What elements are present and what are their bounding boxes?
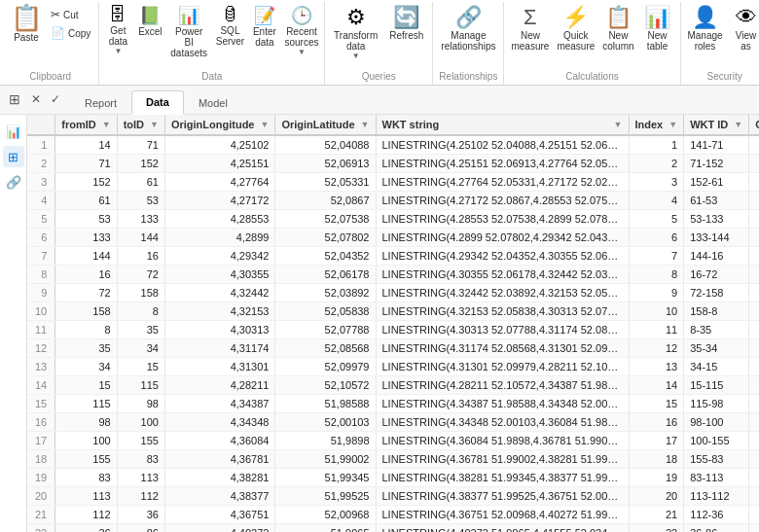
cell-OriginLatitude: 52,07788	[275, 321, 376, 339]
refresh-button[interactable]: 🔄 Refresh	[384, 2, 428, 44]
row-number: 9	[27, 284, 55, 302]
table-row[interactable]: 1334154,3130152,09979LINESTRING(4.31301 …	[27, 358, 759, 376]
table-row[interactable]: 114714,2510252,04088LINESTRING(4.25102 5…	[27, 135, 759, 155]
cell-OriginLongitude: 4,34387	[164, 395, 274, 413]
table-row[interactable]: 18155834,3678151,99002LINESTRING(4.36781…	[27, 450, 759, 469]
cell-WKT_ID: 100-155	[684, 432, 749, 450]
col-header-toID[interactable]: toID▼	[117, 115, 164, 135]
cell-OriginLatitude: 52,00103	[275, 413, 376, 432]
filter-icon[interactable]: ▼	[734, 120, 742, 129]
cell-Index: 3	[629, 173, 684, 192]
cell-toID: 113	[117, 469, 164, 487]
excel-button[interactable]: 📗 Excel	[135, 2, 164, 40]
cell-fromID: 15	[55, 376, 117, 395]
table-row[interactable]: 2236864,4027251,9965LINESTRING(4.40272 5…	[27, 524, 759, 533]
filter-icon[interactable]: ▼	[102, 120, 111, 129]
cell-Quantity: 26	[749, 487, 759, 506]
table-row[interactable]: 7144164,2934252,04352LINESTRING(4.29342 …	[27, 247, 759, 266]
power-bi-datasets-button[interactable]: 📊 Power BIdatasets	[166, 2, 211, 61]
table-row[interactable]: 21112364,3675152,00968LINESTRING(4.36751…	[27, 506, 759, 524]
table-row[interactable]: 118354,3031352,07788LINESTRING(4.30313 5…	[27, 321, 759, 339]
cell-OriginLongitude: 4,40272	[164, 524, 274, 533]
table-row[interactable]: 9721584,3244252,03892LINESTRING(4.32442 …	[27, 284, 759, 302]
table-row[interactable]: 15115984,3438751,98588LINESTRING(4.34387…	[27, 395, 759, 413]
col-header-OriginLongitude[interactable]: OriginLongitude▼	[164, 115, 274, 135]
filter-icon[interactable]: ▼	[614, 120, 623, 129]
check-icon[interactable]: ✓	[47, 90, 64, 108]
report-view-icon[interactable]: 📊	[3, 121, 24, 142]
cell-WKT_string: LINESTRING(4.36781 51.99002,4.38281 51.9…	[376, 450, 629, 469]
cell-fromID: 61	[55, 192, 117, 210]
cell-WKT_string: LINESTRING(4.34348 52.00103,4.36084 51.9…	[376, 413, 629, 432]
table-row[interactable]: 3152614,2776452,05331LINESTRING(4.27764 …	[27, 173, 759, 192]
paste-button[interactable]: 📋 Paste	[6, 2, 47, 45]
col-header-Quantity[interactable]: Quantity▼	[749, 115, 759, 135]
table-row[interactable]: 1235344,3117452,08568LINESTRING(4.31174 …	[27, 339, 759, 358]
col-header-OriginLatitude[interactable]: OriginLatitude▼	[275, 115, 376, 135]
tab-report[interactable]: Report	[70, 91, 131, 114]
new-table-button[interactable]: 📊 Newtable	[639, 2, 676, 54]
cell-WKT_ID: 72-158	[684, 284, 749, 302]
recent-sources-button[interactable]: 🕒 Recentsources ▼	[282, 2, 321, 59]
cell-toID: 34	[117, 339, 164, 358]
table-row[interactable]: 461534,2717252,0867LINESTRING(4.27172 52…	[27, 192, 759, 210]
table-row[interactable]: 816724,3035552,06178LINESTRING(4.30355 5…	[27, 266, 759, 284]
row-number: 12	[27, 339, 55, 358]
table-row[interactable]: 2711524,2515152,06913LINESTRING(4.25151 …	[27, 155, 759, 173]
cell-Index: 17	[629, 432, 684, 450]
copy-button[interactable]: 📄 Copy	[47, 24, 94, 42]
cell-OriginLongitude: 4,30313	[164, 321, 274, 339]
filter-icon[interactable]: ▼	[669, 120, 677, 129]
table-row[interactable]: 61331444,289952,07802LINESTRING(4.2899 5…	[27, 229, 759, 247]
manage-roles-button[interactable]: 👤 Manageroles	[685, 2, 726, 54]
cell-WKT_string: LINESTRING(4.30355 52.06178,4.32442 52.0…	[376, 266, 629, 284]
cell-WKT_ID: 144-16	[684, 247, 749, 266]
table-row[interactable]: 5531334,2855352,07538LINESTRING(4.28553 …	[27, 210, 759, 229]
view-as-button[interactable]: 👁 View as	[728, 2, 759, 54]
col-header-fromID[interactable]: fromID▼	[55, 115, 117, 135]
table-row[interactable]: 14151154,2821152,10572LINESTRING(4.28211…	[27, 376, 759, 395]
cell-fromID: 83	[55, 469, 117, 487]
get-data-button[interactable]: 🗄 Getdata ▼	[102, 2, 133, 58]
col-header-Index[interactable]: Index▼	[629, 115, 684, 135]
cell-Quantity: 84	[749, 395, 759, 413]
clipboard-label: Clipboard	[6, 71, 94, 85]
table-row[interactable]: 1015884,3215352,05838LINESTRING(4.32153 …	[27, 302, 759, 321]
filter-icon[interactable]: ▼	[361, 120, 370, 129]
table-row[interactable]: 16981004,3434852,00103LINESTRING(4.34348…	[27, 413, 759, 432]
cut-button[interactable]: ✂ Cut	[47, 6, 94, 23]
manage-relationships-button[interactable]: 🔗 Managerelationships	[437, 2, 499, 54]
cell-Index: 15	[629, 395, 684, 413]
tab-data[interactable]: Data	[131, 90, 184, 115]
cell-OriginLongitude: 4,38377	[164, 487, 274, 506]
tab-model[interactable]: Model	[184, 91, 242, 114]
quick-measure-button[interactable]: ⚡ Quickmeasure	[554, 2, 597, 54]
calculations-group-label: Calculations	[508, 71, 675, 85]
new-column-button[interactable]: 📋 Newcolumn	[599, 2, 636, 54]
filter-icon[interactable]: ▼	[150, 120, 159, 129]
row-number: 6	[27, 229, 55, 247]
close-icon[interactable]: ✕	[27, 90, 45, 108]
col-header-WKT_ID[interactable]: WKT ID▼	[684, 115, 749, 135]
table-view-icon[interactable]: ⊞	[4, 89, 25, 110]
table-row[interactable]: 201131124,3837751,99525LINESTRING(4.3837…	[27, 487, 759, 506]
cell-Index: 20	[629, 487, 684, 506]
cell-toID: 16	[117, 247, 164, 266]
filter-icon[interactable]: ▼	[260, 120, 269, 129]
col-header-WKT_string[interactable]: WKT string▼	[376, 115, 629, 135]
transform-data-button[interactable]: ⚙ Transformdata ▼	[329, 2, 382, 63]
new-measure-button[interactable]: Σ Newmeasure	[508, 2, 552, 54]
cell-fromID: 152	[55, 173, 117, 192]
cell-WKT_ID: 112-36	[684, 506, 749, 524]
sql-server-button[interactable]: 🛢 SQLServer	[213, 2, 247, 50]
model-view-icon[interactable]: 🔗	[3, 171, 24, 193]
data-view-icon[interactable]: ⊞	[3, 146, 24, 167]
enter-data-button[interactable]: 📝 Enterdata	[249, 2, 280, 51]
cell-OriginLongitude: 4,27764	[164, 173, 274, 192]
table-row[interactable]: 19831134,3828151,99345LINESTRING(4.38281…	[27, 469, 759, 487]
cell-WKT_string: LINESTRING(4.31301 52.09979,4.28211 52.1…	[376, 358, 629, 376]
table-row[interactable]: 171001554,3608451,9898LINESTRING(4.36084…	[27, 432, 759, 450]
cell-WKT_ID: 36-86	[684, 524, 749, 533]
data-group: 🗄 Getdata ▼ 📗 Excel 📊 Power BIdatasets 🛢…	[99, 2, 325, 85]
cell-OriginLongitude: 4,31301	[164, 358, 274, 376]
